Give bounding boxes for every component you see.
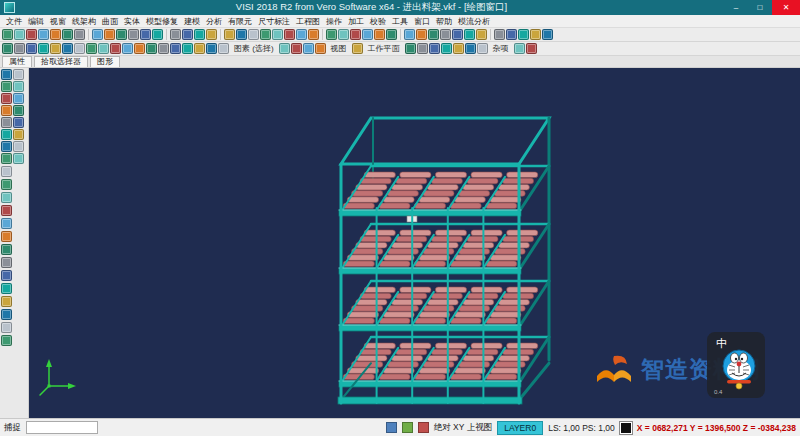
toolbar-icon[interactable] xyxy=(170,29,181,40)
toolbar-icon[interactable] xyxy=(236,29,247,40)
toolbar-icon[interactable] xyxy=(518,29,529,40)
menu-item-8[interactable]: 建模 xyxy=(181,16,203,27)
toolbar-icon[interactable] xyxy=(441,43,452,54)
toolbar-icon[interactable] xyxy=(477,43,488,54)
toolbar-icon[interactable] xyxy=(1,244,12,255)
menu-item-17[interactable]: 窗口 xyxy=(411,16,433,27)
toolbar-icon[interactable] xyxy=(1,93,12,104)
toolbar-icon[interactable] xyxy=(350,29,361,40)
toolbar-icon[interactable] xyxy=(1,218,12,229)
toolbar-icon[interactable] xyxy=(1,129,12,140)
toolbar-icon[interactable] xyxy=(13,81,24,92)
toolbar-icon[interactable] xyxy=(13,153,24,164)
menu-item-6[interactable]: 实体 xyxy=(121,16,143,27)
toolbar-icon[interactable] xyxy=(272,29,283,40)
toolbar-icon[interactable] xyxy=(14,43,25,54)
toolbar-icon[interactable] xyxy=(417,43,428,54)
toolbar-icon[interactable] xyxy=(13,69,24,80)
toolbar-icon[interactable] xyxy=(104,29,115,40)
toolbar-icon[interactable] xyxy=(224,29,235,40)
toolbar-icon[interactable] xyxy=(50,43,61,54)
toolbar-icon[interactable] xyxy=(122,43,133,54)
menu-item-15[interactable]: 校验 xyxy=(367,16,389,27)
menu-item-10[interactable]: 有限元 xyxy=(225,16,255,27)
toolbar-icon[interactable] xyxy=(1,153,12,164)
toolbar-icon[interactable] xyxy=(291,43,302,54)
panel-tab-3[interactable]: 图形 xyxy=(90,56,120,67)
toolbar-icon[interactable] xyxy=(13,93,24,104)
toolbar-icon[interactable] xyxy=(86,43,97,54)
toolbar-icon[interactable] xyxy=(296,29,307,40)
toolbar-icon[interactable] xyxy=(146,43,157,54)
toolbar-icon[interactable] xyxy=(13,105,24,116)
toolbar-icon[interactable] xyxy=(1,335,12,346)
toolbar-icon[interactable] xyxy=(110,43,121,54)
toolbar-icon[interactable] xyxy=(1,257,12,268)
toolbar-icon[interactable] xyxy=(386,29,397,40)
toolbar-icon[interactable] xyxy=(13,129,24,140)
toolbar-icon[interactable] xyxy=(303,43,314,54)
toolbar-icon[interactable] xyxy=(1,166,12,177)
toolbar-icon[interactable] xyxy=(128,29,139,40)
toolbar-icon[interactable] xyxy=(1,192,12,203)
toolbar-icon[interactable] xyxy=(405,43,416,54)
toolbar-icon[interactable] xyxy=(194,43,205,54)
layer-indicator[interactable]: LAYER0 xyxy=(497,421,543,435)
toolbar-icon[interactable] xyxy=(1,205,12,216)
toolbar-icon[interactable] xyxy=(1,81,12,92)
menu-item-9[interactable]: 分析 xyxy=(203,16,225,27)
toolbar-icon[interactable] xyxy=(14,29,25,40)
toolbar-icon[interactable] xyxy=(62,29,73,40)
toolbar-icon[interactable] xyxy=(206,43,217,54)
toolbar-icon[interactable] xyxy=(338,29,349,40)
toolbar-icon[interactable] xyxy=(352,43,363,54)
panel-tab-1[interactable]: 属性 xyxy=(2,56,32,67)
toolbar-icon[interactable] xyxy=(464,29,475,40)
toolbar-icon[interactable] xyxy=(206,29,217,40)
toolbar-icon[interactable] xyxy=(315,43,326,54)
toolbar-icon[interactable] xyxy=(260,29,271,40)
toolbar-icon[interactable] xyxy=(1,117,12,128)
toolbar-icon[interactable] xyxy=(429,43,440,54)
toolbar-icon[interactable] xyxy=(1,309,12,320)
toolbar-icon[interactable] xyxy=(465,43,476,54)
menu-item-3[interactable]: 视窗 xyxy=(47,16,69,27)
toolbar-icon[interactable] xyxy=(74,43,85,54)
toolbar-icon[interactable] xyxy=(326,29,337,40)
toolbar-icon[interactable] xyxy=(50,29,61,40)
snap-grid-icon[interactable] xyxy=(386,422,397,433)
toolbar-icon[interactable] xyxy=(1,231,12,242)
toolbar-icon[interactable] xyxy=(1,141,12,152)
toolbar-icon[interactable] xyxy=(26,43,37,54)
view-mode[interactable]: 绝对 XY 上视图 xyxy=(434,422,492,434)
toolbar-icon[interactable] xyxy=(428,29,439,40)
toolbar-icon[interactable] xyxy=(374,29,385,40)
maximize-button[interactable]: □ xyxy=(748,0,772,15)
toolbar-icon[interactable] xyxy=(170,43,181,54)
toolbar-icon[interactable] xyxy=(416,29,427,40)
toolbar-icon[interactable] xyxy=(279,43,290,54)
menu-item-4[interactable]: 线架构 xyxy=(69,16,99,27)
command-input[interactable] xyxy=(26,421,98,434)
toolbar-icon[interactable] xyxy=(38,29,49,40)
toolbar-icon[interactable] xyxy=(1,105,12,116)
toolbar-icon[interactable] xyxy=(284,29,295,40)
toolbar-icon[interactable] xyxy=(476,29,487,40)
toolbar-icon[interactable] xyxy=(1,283,12,294)
menu-item-1[interactable]: 文件 xyxy=(3,16,25,27)
viewport-3d[interactable]: 智造资料网 中 0.4 xyxy=(29,68,800,418)
toolbar-icon[interactable] xyxy=(453,43,464,54)
toolbar-icon[interactable] xyxy=(542,29,553,40)
menu-item-18[interactable]: 帮助 xyxy=(433,16,455,27)
toolbar-icon[interactable] xyxy=(506,29,517,40)
menu-item-11[interactable]: 尺寸标注 xyxy=(255,16,293,27)
toolbar-icon[interactable] xyxy=(248,29,259,40)
toolbar-icon[interactable] xyxy=(38,43,49,54)
toolbar-icon[interactable] xyxy=(152,29,163,40)
toolbar-icon[interactable] xyxy=(26,29,37,40)
toolbar-icon[interactable] xyxy=(2,29,13,40)
toolbar-icon[interactable] xyxy=(1,296,12,307)
toolbar-icon[interactable] xyxy=(158,43,169,54)
menu-item-5[interactable]: 曲面 xyxy=(99,16,121,27)
menu-item-2[interactable]: 编辑 xyxy=(25,16,47,27)
